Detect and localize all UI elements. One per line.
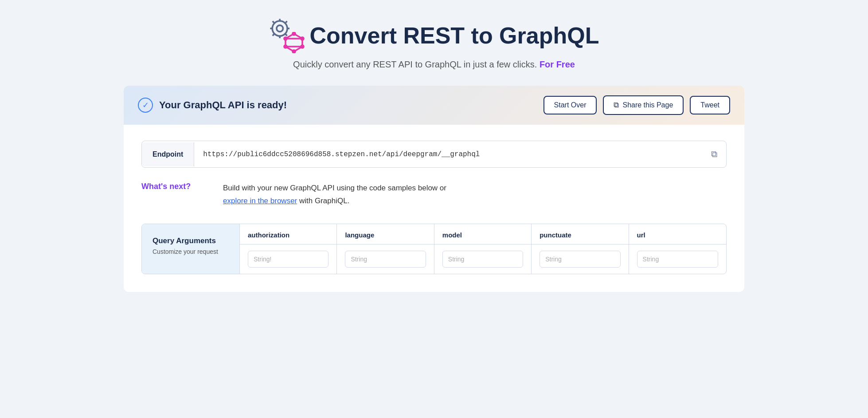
status-left: ✓ Your GraphQL API is ready!	[138, 98, 287, 113]
explore-browser-link[interactable]: explore in the browser	[223, 197, 297, 205]
query-args-grid: authorizationlanguagemodelpunctuateurl	[239, 224, 726, 274]
logo-icons	[269, 18, 305, 53]
start-over-button[interactable]: Start Over	[543, 96, 597, 114]
query-arg-col-language: language	[337, 224, 434, 274]
query-arg-input-language[interactable]	[345, 251, 426, 268]
query-arg-header-authorization: authorization	[240, 224, 336, 244]
check-circle-icon: ✓	[138, 98, 153, 113]
page-title: Convert REST to GraphQL	[310, 22, 599, 49]
page-wrapper: Convert REST to GraphQL Quickly convert …	[124, 18, 744, 292]
query-arg-col-url: url	[629, 224, 726, 274]
endpoint-label: Endpoint	[142, 142, 194, 166]
endpoint-row: Endpoint https://public6ddcc5208696d858.…	[141, 141, 727, 168]
svg-point-6	[293, 50, 295, 53]
tweet-button[interactable]: Tweet	[690, 96, 730, 114]
share-page-button[interactable]: ⧉ Share this Page	[603, 95, 684, 115]
status-banner: ✓ Your GraphQL API is ready! Start Over …	[124, 86, 744, 125]
page-header: Convert REST to GraphQL Quickly convert …	[124, 18, 744, 70]
query-arguments-sublabel: Customize your request	[152, 248, 229, 255]
query-arg-header-punctuate: punctuate	[532, 224, 628, 244]
status-title: Your GraphQL API is ready!	[159, 99, 287, 111]
query-arg-input-punctuate[interactable]	[540, 251, 620, 268]
query-section: Query Arguments Customize your request a…	[141, 224, 727, 274]
graphql-icon	[283, 32, 305, 53]
query-arg-col-model: model	[434, 224, 532, 274]
whats-next-text: Build with your new GraphQL API using th…	[223, 182, 446, 208]
for-free-label: For Free	[540, 59, 575, 69]
main-card: Endpoint https://public6ddcc5208696d858.…	[124, 125, 744, 292]
logo-row: Convert REST to GraphQL	[124, 18, 744, 53]
query-arg-input-model[interactable]	[442, 251, 523, 268]
status-actions: Start Over ⧉ Share this Page Tweet	[543, 95, 730, 115]
svg-point-0	[276, 25, 283, 32]
query-arg-col-punctuate: punctuate	[532, 224, 629, 274]
svg-marker-2	[285, 34, 302, 51]
query-arg-input-authorization[interactable]	[248, 251, 328, 268]
endpoint-url: https://public6ddcc5208696d858.stepzen.n…	[194, 142, 702, 166]
query-arg-col-authorization: authorization	[240, 224, 337, 274]
whats-next-label: What's next?	[141, 182, 212, 191]
svg-point-3	[293, 32, 295, 35]
query-arg-input-url[interactable]	[637, 251, 718, 268]
header-subtitle: Quickly convert any REST API to GraphQL …	[124, 59, 744, 70]
copy-endpoint-button[interactable]: ⧉	[702, 141, 726, 167]
whats-next-section: What's next? Build with your new GraphQL…	[141, 182, 727, 208]
query-arguments-title: Query Arguments	[152, 237, 229, 245]
share-icon: ⧉	[614, 101, 619, 110]
query-label-col: Query Arguments Customize your request	[142, 224, 239, 274]
query-arg-header-language: language	[337, 224, 434, 244]
copy-icon: ⧉	[711, 149, 717, 159]
query-arg-header-url: url	[629, 224, 726, 244]
query-arg-header-model: model	[434, 224, 531, 244]
